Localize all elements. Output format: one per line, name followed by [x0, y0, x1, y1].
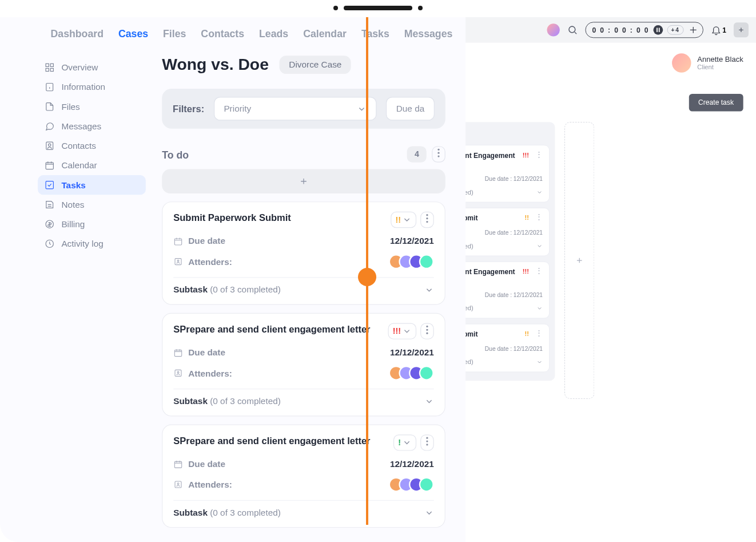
- sidebar-item-activity-log[interactable]: Activity log: [38, 234, 146, 254]
- nav-item-leads[interactable]: Leads: [259, 28, 288, 39]
- task-menu-button[interactable]: [420, 323, 434, 339]
- chevron-down-icon[interactable]: [424, 508, 434, 517]
- task-menu-button[interactable]: [420, 212, 434, 228]
- chevron-down-icon: [357, 104, 367, 114]
- attenders-avatars[interactable]: [389, 366, 434, 381]
- timer-widget[interactable]: 0 0 : 0 0 : 0 0 +4: [585, 22, 703, 38]
- svg-rect-3: [46, 68, 49, 71]
- sidebar-item-billing[interactable]: Billing: [38, 215, 146, 234]
- nav-item-calendar[interactable]: Calendar: [303, 28, 347, 39]
- top-nav: DashboardCasesFilesContactsLeadsCalendar…: [0, 17, 465, 49]
- pause-icon[interactable]: [654, 25, 663, 35]
- task-card[interactable]: Submit Paperwork Submit!!Due date12/12/2…: [162, 201, 445, 305]
- create-task-button[interactable]: Create task: [689, 94, 743, 112]
- subtask-label: Subtask: [173, 284, 210, 295]
- client-info[interactable]: Annette Black Client: [672, 53, 743, 72]
- priority-select[interactable]: !!: [391, 212, 416, 228]
- svg-point-21: [426, 326, 428, 327]
- svg-point-27: [426, 437, 428, 438]
- task-title: SPrepare and send client engagement lett…: [173, 434, 388, 446]
- nav-item-dashboard[interactable]: Dashboard: [50, 28, 103, 39]
- global-add-button[interactable]: [734, 22, 749, 37]
- plus-icon: [575, 256, 584, 265]
- task-card[interactable]: SPrepare and send client engagement lett…: [162, 313, 445, 417]
- due-date: Due date : 12/12/2021: [485, 176, 543, 182]
- plus-icon: [299, 176, 309, 186]
- svg-point-16: [426, 217, 428, 219]
- sidebar-item-overview[interactable]: Overview: [38, 58, 146, 77]
- svg-rect-9: [46, 181, 53, 189]
- priority-select[interactable]: !: [393, 434, 416, 450]
- sidebar-item-notes[interactable]: Notes: [38, 195, 146, 214]
- avatar: [419, 366, 434, 381]
- avatar: [419, 254, 434, 269]
- add-column-button[interactable]: [564, 122, 594, 399]
- comparison-divider-handle[interactable]: [358, 268, 376, 286]
- chevron-down-icon: [402, 326, 412, 336]
- sidebar-item-tasks[interactable]: Tasks: [38, 175, 146, 195]
- task-menu-button[interactable]: [420, 434, 434, 450]
- sidebar-item-calendar[interactable]: Calendar: [38, 156, 146, 175]
- due-date-value: 12/12/2021: [390, 236, 434, 246]
- case-sidebar: OverviewInformationFilesMessagesContacts…: [38, 58, 146, 254]
- sidebar-item-messages[interactable]: Messages: [38, 116, 146, 136]
- subtask-progress: (0 of 3 completed): [210, 396, 281, 406]
- notes-icon: [45, 200, 55, 210]
- svg-rect-4: [50, 68, 53, 71]
- priority-select[interactable]: !!!: [388, 323, 417, 339]
- subtask-progress: (0 of 3 completed): [210, 508, 281, 518]
- timer-value: 0 0 : 0 0 : 0 0: [592, 26, 649, 34]
- task-menu-button[interactable]: ⋮: [535, 151, 543, 156]
- contacts-icon: [45, 141, 55, 151]
- add-task-button[interactable]: [162, 169, 445, 193]
- task-menu-button[interactable]: ⋮: [535, 268, 543, 273]
- dots-vertical-icon: [426, 325, 429, 335]
- attenders-avatars[interactable]: [389, 254, 434, 269]
- chevron-down-icon[interactable]: [536, 243, 543, 249]
- svg-point-7: [49, 144, 51, 146]
- chevron-down-icon[interactable]: [424, 285, 434, 295]
- column-menu-button[interactable]: [432, 146, 445, 162]
- task-menu-button[interactable]: ⋮: [535, 330, 543, 335]
- priority-indicator: !!!: [523, 268, 529, 275]
- chevron-down-icon[interactable]: [536, 189, 543, 195]
- attenders-avatars[interactable]: [389, 477, 434, 492]
- svg-rect-2: [50, 64, 53, 66]
- device-indicator: [333, 6, 423, 10]
- task-card[interactable]: SPrepare and send client engagement lett…: [162, 425, 445, 528]
- search-icon[interactable]: [567, 25, 578, 35]
- sidebar-item-files[interactable]: Files: [38, 97, 146, 116]
- filter-priority-select[interactable]: Priority: [214, 97, 377, 120]
- nav-item-messages[interactable]: Messages: [404, 28, 453, 39]
- timer-extra-count[interactable]: +4: [667, 25, 683, 35]
- calendar-icon: [173, 348, 183, 358]
- svg-point-29: [426, 444, 428, 445]
- svg-point-14: [437, 155, 439, 157]
- client-avatar: [672, 53, 691, 72]
- svg-rect-8: [46, 163, 53, 169]
- info-icon: [45, 82, 55, 92]
- sidebar-item-contacts[interactable]: Contacts: [38, 136, 146, 156]
- svg-point-0: [569, 26, 575, 33]
- msg-icon: [45, 121, 55, 132]
- current-user-avatar[interactable]: [547, 23, 559, 36]
- priority-indicator: !!: [524, 330, 528, 338]
- column-count-badge: 4: [407, 146, 427, 162]
- case-type-badge: Divorce Case: [280, 56, 351, 74]
- nav-item-contacts[interactable]: Contacts: [201, 28, 244, 39]
- users-icon: [173, 480, 183, 489]
- chevron-down-icon[interactable]: [536, 306, 543, 312]
- svg-point-20: [177, 260, 179, 262]
- timer-add-icon[interactable]: [688, 25, 699, 35]
- filter-due-select[interactable]: Due da: [386, 97, 435, 120]
- due-date: Due date : 12/12/2021: [485, 346, 543, 352]
- chevron-down-icon[interactable]: [424, 397, 434, 406]
- chevron-down-icon[interactable]: [536, 359, 543, 365]
- sidebar-item-information[interactable]: Information: [38, 77, 146, 97]
- svg-rect-24: [174, 350, 181, 356]
- task-menu-button[interactable]: ⋮: [535, 214, 543, 219]
- nav-item-cases[interactable]: Cases: [118, 28, 148, 39]
- nav-item-files[interactable]: Files: [163, 28, 186, 39]
- notifications-button[interactable]: 1: [711, 25, 726, 35]
- calendar-icon: [173, 236, 183, 246]
